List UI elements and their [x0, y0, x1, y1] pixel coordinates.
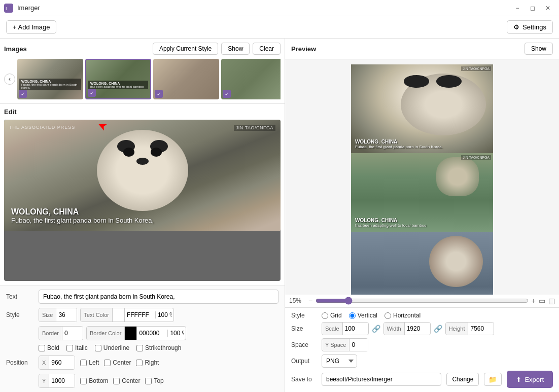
output-row: Output PNG JPEG WEBP	[291, 354, 553, 368]
center-v-checkbox[interactable]	[113, 378, 120, 384]
thumbnail-1[interactable]: WOLONG, CHINA Fubao, the first giant pan…	[17, 59, 83, 99]
left-panel: Images Apply Current Style Show Clear ‹ …	[0, 39, 285, 392]
horizontal-radio[interactable]	[385, 312, 391, 319]
thumbnail-2[interactable]: WOLONG, CHINA has been adapting well to …	[85, 59, 151, 99]
text-color-pct[interactable]	[155, 311, 173, 318]
strikethrough-checkbox[interactable]	[136, 345, 143, 351]
bottom-checkbox[interactable]	[80, 378, 87, 384]
scale-label: Scale	[322, 323, 343, 335]
height-input[interactable]	[468, 323, 494, 335]
images-header: Images Apply Current Style Show Clear	[4, 43, 281, 55]
bold-checkbox[interactable]	[39, 345, 45, 351]
right-panel: Preview Show J	[285, 39, 559, 392]
scale-input[interactable]	[343, 323, 368, 335]
width-input[interactable]	[405, 323, 430, 335]
text-color-input[interactable]	[125, 311, 155, 318]
watermark-right: JIN TAO/CNFGA	[234, 125, 275, 131]
vertical-option[interactable]: Vertical	[349, 312, 377, 319]
preview-stack: JIN TAO/CNFGA WOLONG, CHINA Fubao, the f…	[351, 64, 493, 295]
maximize-button[interactable]: ◻	[526, 3, 540, 14]
border-input[interactable]	[62, 327, 83, 340]
size-label-right: Size	[291, 325, 317, 332]
save-path-input[interactable]	[322, 373, 441, 386]
wh-link-icon[interactable]: 🔗	[434, 325, 442, 333]
bold-label[interactable]: Bold	[47, 344, 59, 351]
minimize-button[interactable]: −	[510, 3, 525, 14]
change-button[interactable]: Change	[446, 373, 479, 386]
edit-section: Edit THE ASSOCIATED PRESS	[0, 104, 285, 285]
show-images-button[interactable]: Show	[221, 43, 250, 55]
border-color-pct[interactable]	[167, 330, 186, 337]
zoom-slider[interactable]	[316, 297, 529, 305]
size-label: Size	[39, 308, 56, 322]
strikethrough-label[interactable]: Strikethrough	[145, 344, 181, 351]
zoom-out-icon[interactable]: −	[308, 297, 312, 305]
settings-button[interactable]: ⚙ Settings	[507, 20, 553, 34]
clear-button[interactable]: Clear	[253, 43, 281, 55]
top-checkbox[interactable]	[145, 378, 152, 384]
underline-label[interactable]: Underline	[103, 344, 129, 351]
top-group: Top	[145, 377, 163, 384]
x-input[interactable]	[49, 356, 75, 369]
text-color-swatch[interactable]	[113, 308, 125, 322]
left-label[interactable]: Left	[89, 359, 99, 366]
y-input[interactable]	[49, 374, 75, 387]
yspace-group: Y Space	[322, 338, 368, 351]
border-controls: Border Border Color	[39, 326, 186, 340]
text-color-label: Text Color	[81, 308, 113, 322]
border-color-input[interactable]	[137, 330, 167, 337]
zoom-in-icon[interactable]: +	[532, 297, 536, 305]
right-checkbox[interactable]	[136, 360, 143, 366]
app-title: Imerger	[17, 4, 40, 12]
apply-style-button[interactable]: Apply Current Style	[153, 43, 218, 55]
size-group-right: Scale 🔗 Width 🔗 Height	[322, 322, 494, 335]
thumbnail-4[interactable]	[221, 59, 281, 99]
bottom-group: Bottom	[80, 377, 108, 384]
size-input[interactable]	[56, 308, 77, 322]
yspace-input[interactable]	[350, 339, 368, 351]
center-v-label[interactable]: Center	[122, 377, 140, 384]
preview-canvas[interactable]: JIN TAO/CNFGA WOLONG, CHINA Fubao, the f…	[285, 59, 559, 295]
x-label: X	[39, 356, 49, 369]
space-row: Space Y Space	[291, 338, 553, 351]
y-group: Y	[39, 374, 75, 388]
top-label[interactable]: Top	[154, 377, 163, 384]
grid-radio[interactable]	[322, 312, 328, 319]
prev-image-nav[interactable]: ‹	[4, 74, 15, 85]
grid-option[interactable]: Grid	[322, 312, 342, 319]
fit-all-icon[interactable]: ▤	[548, 297, 555, 305]
output-select[interactable]: PNG JPEG WEBP	[322, 354, 357, 368]
folder-button[interactable]: 📁	[484, 373, 502, 386]
titlebar: I Imerger − ◻ ✕	[0, 0, 559, 16]
export-button[interactable]: ⬆ Export	[507, 371, 553, 388]
scale-link-icon[interactable]: 🔗	[372, 325, 380, 333]
show-preview-button[interactable]: Show	[525, 43, 553, 55]
italic-checkbox[interactable]	[66, 345, 73, 351]
fit-width-icon[interactable]: ▭	[539, 297, 545, 305]
right-label[interactable]: Right	[145, 359, 159, 366]
bottom-label[interactable]: Bottom	[89, 377, 108, 384]
center-h-checkbox[interactable]	[104, 360, 111, 366]
bottom-controls: Style Grid Vertical Horizontal	[285, 307, 559, 392]
text-input[interactable]	[39, 290, 278, 304]
add-image-button[interactable]: + Add Image	[6, 20, 56, 34]
center-h-label[interactable]: Center	[113, 359, 131, 366]
horizontal-option[interactable]: Horizontal	[385, 312, 421, 319]
vertical-radio[interactable]	[349, 312, 356, 319]
horizontal-label: Horizontal	[393, 312, 421, 319]
thumbnail-3[interactable]	[153, 59, 219, 99]
border-color-swatch[interactable]	[125, 327, 137, 340]
close-button[interactable]: ✕	[541, 3, 555, 14]
left-checkbox[interactable]	[80, 360, 87, 366]
italic-label[interactable]: Italic	[75, 344, 88, 351]
style-radio-group: Grid Vertical Horizontal	[322, 312, 421, 319]
style-label: Style	[6, 311, 34, 318]
underline-checkbox[interactable]	[95, 345, 101, 351]
red-arrow: ➤	[95, 120, 109, 134]
caption-overlay: WOLONG, CHINA Fubao, the first giant pan…	[4, 202, 281, 231]
font-checkboxes: Bold Italic Underline Strikethrough	[39, 344, 181, 351]
export-icon: ⬆	[516, 376, 521, 383]
titlebar-controls: − ◻ ✕	[510, 3, 555, 14]
style-controls: Size Text Color	[39, 308, 174, 322]
font-style-row: Bold Italic Underline Strikethrough	[6, 344, 278, 351]
